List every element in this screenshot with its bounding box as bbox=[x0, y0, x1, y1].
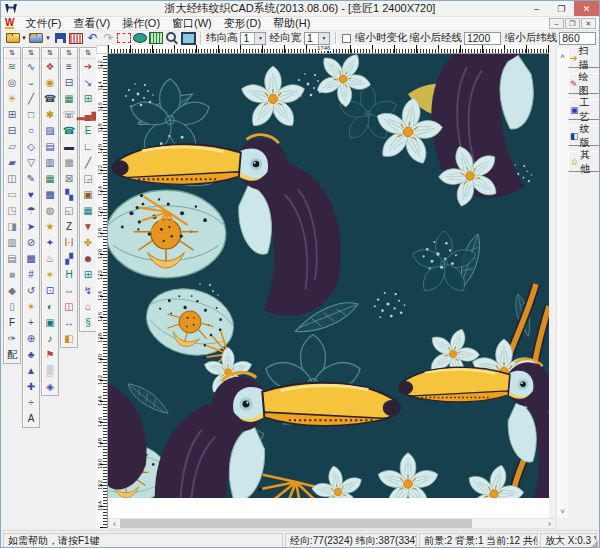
menu-w[interactable]: 窗口(W) bbox=[166, 16, 218, 31]
tool-icon-c4-r2[interactable]: ⊟ bbox=[61, 75, 77, 91]
tool-icon-c3-r15[interactable]: ⊡ bbox=[42, 283, 58, 299]
tool-icon-c2-r1[interactable]: ∿ bbox=[23, 59, 39, 75]
tool-icon-c5-r6[interactable]: ∟ bbox=[80, 139, 96, 155]
tool-icon-c4-r18[interactable]: ◧ bbox=[61, 331, 77, 347]
panel-button-2[interactable]: ✎绘图 bbox=[568, 73, 600, 94]
tool-icon-c5-r9[interactable]: ▣ bbox=[80, 187, 96, 203]
tool-icon-c2-r2[interactable]: ⌣ bbox=[23, 75, 39, 91]
tool-icon-c3-r13[interactable]: ♨ bbox=[42, 251, 58, 267]
tool-icon-c3-r4[interactable]: ✱ bbox=[42, 107, 58, 123]
tool-icon-c5-r5[interactable]: E bbox=[80, 123, 96, 139]
tool-icon-c4-r9[interactable]: ▚ bbox=[61, 187, 77, 203]
tool-icon-c5-r15[interactable]: ↯ bbox=[80, 283, 96, 299]
tool-icon-c3-r14[interactable]: ✶ bbox=[42, 267, 58, 283]
weft-height-combobox[interactable]: 1 ▼ bbox=[240, 32, 266, 45]
tool-icon-c4-r13[interactable]: ▞ bbox=[61, 251, 77, 267]
tool-icon-c1-r17[interactable]: F bbox=[4, 315, 20, 331]
tool-icon-c1-r10[interactable]: ◳ bbox=[4, 203, 20, 219]
tool-icon-c1-r15[interactable]: ◆ bbox=[4, 283, 20, 299]
tool-icon-c2-r23[interactable]: A bbox=[23, 411, 39, 427]
tool-icon-c4-r14[interactable]: H bbox=[61, 267, 77, 283]
tool-icon-c5-r14[interactable]: ⊞ bbox=[80, 267, 96, 283]
warp-width-combobox[interactable]: 1 ▼ bbox=[304, 32, 330, 45]
tool-icon-c5-r17[interactable]: § bbox=[80, 315, 96, 331]
tool-icon-c2-r13[interactable]: ▩ bbox=[23, 251, 39, 267]
tool-icon-c3-r20[interactable]: ▒ bbox=[42, 363, 58, 379]
tool-icon-c2-r4[interactable]: □ bbox=[23, 107, 39, 123]
tool-icon-c1-r1[interactable]: ≋ bbox=[4, 59, 20, 75]
scroll-right-icon[interactable]: › bbox=[544, 519, 555, 528]
tool-icon-c4-r4[interactable]: ☏ bbox=[61, 107, 77, 123]
tool-icon-c1-r5[interactable]: ⊟ bbox=[4, 123, 20, 139]
open-file-icon[interactable] bbox=[5, 32, 20, 45]
scan-icon[interactable] bbox=[69, 32, 84, 45]
chevron-down-icon[interactable]: ▼ bbox=[21, 35, 27, 41]
tool-icon-c4-r6[interactable]: ▬ bbox=[61, 139, 77, 155]
panel-button-1[interactable]: ➔扫描 bbox=[568, 47, 600, 68]
tool-icon-c1-r2[interactable]: ◎ bbox=[4, 75, 20, 91]
tool-icon-c2-r19[interactable]: ♣ bbox=[23, 347, 39, 363]
tool-icon-c3-r3[interactable]: ☎ bbox=[42, 91, 58, 107]
tool-icon-c3-r8[interactable]: ▦ bbox=[42, 171, 58, 187]
tool-icon-c3-r18[interactable]: ♪ bbox=[42, 331, 58, 347]
undo-icon[interactable]: ↶ bbox=[85, 32, 100, 45]
tool-icon-c3-r11[interactable]: ★ bbox=[42, 219, 58, 235]
shrink-change-checkbox[interactable] bbox=[342, 34, 351, 43]
sort-vertical-icon[interactable]: ⇅ bbox=[61, 48, 77, 59]
mdi-restore-button[interactable]: ❐ bbox=[565, 18, 580, 29]
tool-icon-c2-r5[interactable]: ○ bbox=[23, 123, 39, 139]
tool-icon-c1-r11[interactable]: ◨ bbox=[4, 219, 20, 235]
tool-icon-c1-r3[interactable]: ☀ bbox=[4, 91, 20, 107]
scroll-down-icon[interactable]: ˅ bbox=[557, 507, 568, 516]
tool-icon-c2-r12[interactable]: ⊘ bbox=[23, 235, 39, 251]
tool-icon-c1-r19[interactable]: 配 bbox=[4, 347, 20, 363]
menu-v[interactable]: 查看(V) bbox=[68, 16, 117, 31]
tool-icon-c3-r12[interactable]: ✦ bbox=[42, 235, 58, 251]
horizontal-scroll-thumb[interactable] bbox=[120, 519, 472, 528]
tool-icon-c2-r22[interactable]: ÷ bbox=[23, 395, 39, 411]
tool-icon-c4-r3[interactable]: ▦ bbox=[61, 91, 77, 107]
menu-d[interactable]: 变形(D) bbox=[218, 16, 267, 31]
open-image-icon[interactable] bbox=[29, 32, 44, 45]
tool-icon-c3-r21[interactable]: ◈ bbox=[42, 379, 58, 395]
tool-icon-c3-r16[interactable]: ◐ bbox=[42, 299, 58, 315]
menu-h[interactable]: 帮助(H) bbox=[267, 16, 316, 31]
horizontal-scrollbar[interactable]: ‹ › bbox=[108, 518, 556, 529]
chevron-down-icon[interactable]: ▼ bbox=[318, 33, 329, 44]
tool-icon-c2-r8[interactable]: ✎ bbox=[23, 171, 39, 187]
tool-icon-c5-r10[interactable]: ▦ bbox=[80, 203, 96, 219]
tool-icon-c1-r13[interactable]: ▤ bbox=[4, 251, 20, 267]
tool-icon-c5-r12[interactable]: ✤ bbox=[80, 235, 96, 251]
tool-icon-c1-r4[interactable]: ⊞ bbox=[4, 107, 20, 123]
tool-icon-c4-r11[interactable]: Z bbox=[61, 219, 77, 235]
tool-icon-c4-r7[interactable]: ▩ bbox=[61, 155, 77, 171]
mdi-minimize-button[interactable]: – bbox=[549, 18, 564, 29]
tool-icon-c5-r1[interactable]: ➔ bbox=[80, 59, 96, 75]
tool-icon-c2-r21[interactable]: ✚ bbox=[23, 379, 39, 395]
tool-icon-c1-r18[interactable]: ✑ bbox=[4, 331, 20, 347]
tool-icon-c1-r8[interactable]: ◫ bbox=[4, 171, 20, 187]
panel-button-4[interactable]: ◧纹版 bbox=[568, 125, 600, 146]
tool-icon-c5-r13[interactable]: ☻ bbox=[80, 251, 96, 267]
panel-button-5[interactable]: ☺其他 bbox=[568, 151, 600, 172]
vertical-scrollbar[interactable]: ˄ ˅ bbox=[556, 48, 568, 518]
tool-icon-c2-r20[interactable]: ▲ bbox=[23, 363, 39, 379]
tool-icon-c5-r8[interactable]: ◲ bbox=[80, 171, 96, 187]
shrink-warp-input[interactable]: 1200 bbox=[464, 32, 501, 45]
tool-icon-c2-r18[interactable]: ⊕ bbox=[23, 331, 39, 347]
tool-icon-c4-r5[interactable]: ☎ bbox=[61, 123, 77, 139]
menu-o[interactable]: 操作(O) bbox=[116, 16, 166, 31]
view-icon[interactable] bbox=[181, 32, 196, 45]
tool-icon-c4-r1[interactable]: ≡ bbox=[61, 59, 77, 75]
sort-vertical-icon[interactable]: ⇅ bbox=[80, 48, 96, 59]
tool-icon-c4-r17[interactable]: ↔ bbox=[61, 315, 77, 331]
tool-icon-c4-r15[interactable]: ⇔ bbox=[61, 283, 77, 299]
canvas-artwork[interactable] bbox=[108, 54, 549, 498]
resize-grip[interactable]: ◢ bbox=[591, 538, 598, 548]
mdi-close-button[interactable]: ✕ bbox=[581, 18, 596, 29]
sort-vertical-icon[interactable]: ⇅ bbox=[42, 48, 58, 59]
chevron-down-icon[interactable]: ▼ bbox=[254, 33, 265, 44]
tool-icon-c5-r2[interactable]: ↘ bbox=[80, 75, 96, 91]
sort-vertical-icon[interactable]: ⇅ bbox=[4, 48, 20, 59]
chevron-down-icon[interactable]: ▼ bbox=[45, 35, 51, 41]
